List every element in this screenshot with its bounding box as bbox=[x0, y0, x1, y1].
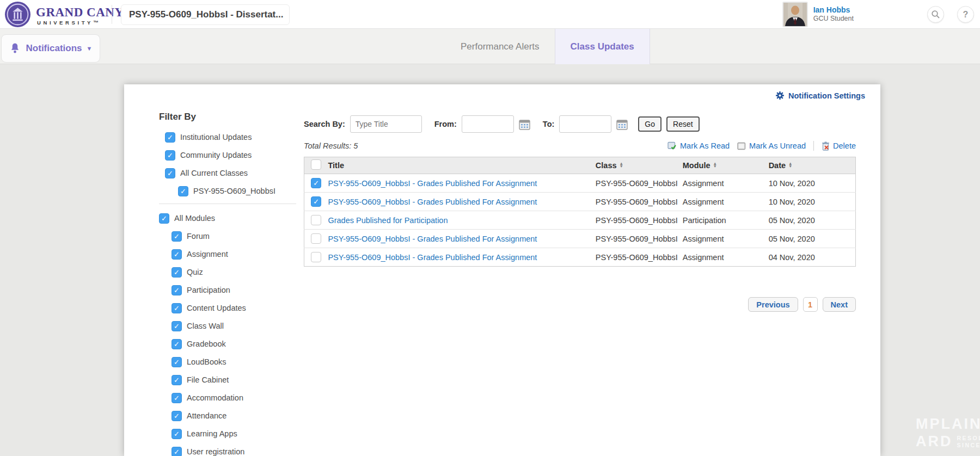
notification-title-link[interactable]: PSY-955-O609_HobbsI - Grades Published F… bbox=[328, 235, 537, 243]
checkbox[interactable] bbox=[171, 249, 182, 260]
course-selector-value: PSY-955-O609_HobbsI - Dissertat... bbox=[129, 9, 283, 20]
next-page-button[interactable]: Next bbox=[823, 297, 856, 312]
delete-icon bbox=[822, 141, 830, 151]
checkbox[interactable] bbox=[178, 186, 188, 196]
filter-item-label: Community Updates bbox=[180, 151, 252, 159]
filter-item-accommodation: Accommodation bbox=[171, 392, 296, 403]
checkbox[interactable] bbox=[171, 429, 182, 439]
table-row: PSY-955-O609_HobbsI - Grades Published F… bbox=[304, 248, 856, 267]
table-row: Grades Published for Participation PSY-9… bbox=[304, 211, 856, 230]
complaintsboard-watermark: MPLAINTS ARD RESOLVING SINCE 2004 bbox=[916, 416, 980, 450]
filter-item-all-modules: All Modules bbox=[159, 213, 296, 224]
search-by-label: Search By: bbox=[304, 120, 345, 128]
help-icon: ? bbox=[963, 10, 969, 20]
filter-item-label: All Current Classes bbox=[180, 169, 248, 177]
filter-item-label: Attendance bbox=[187, 411, 226, 420]
checkbox[interactable] bbox=[171, 357, 182, 367]
row-checkbox[interactable] bbox=[311, 215, 321, 225]
notification-title-link[interactable]: PSY-955-O609_HobbsI - Grades Published F… bbox=[328, 253, 537, 262]
watermark-line1: MPLAINTS bbox=[916, 416, 980, 433]
watermark-tagline2: SINCE 2004 bbox=[957, 442, 980, 449]
checkbox[interactable] bbox=[171, 267, 182, 278]
filter-item-label: Class Wall bbox=[187, 322, 224, 330]
filter-item-label: Gradebook bbox=[187, 340, 226, 348]
sort-icon[interactable]: ▲▼ bbox=[713, 163, 717, 168]
filter-item-all-current-classes: All Current Classes bbox=[165, 168, 296, 178]
calendar-icon[interactable] bbox=[519, 119, 530, 130]
to-date-input[interactable] bbox=[559, 115, 611, 133]
select-all-checkbox[interactable] bbox=[311, 159, 321, 170]
checkbox[interactable] bbox=[159, 213, 169, 224]
checkbox[interactable] bbox=[171, 411, 182, 421]
user-name[interactable]: Ian Hobbs bbox=[813, 5, 854, 15]
checkbox[interactable] bbox=[171, 393, 182, 403]
tab-label: Performance Alerts bbox=[461, 41, 540, 52]
checkbox[interactable] bbox=[171, 303, 182, 313]
from-date-input[interactable] bbox=[462, 115, 514, 133]
checkbox[interactable] bbox=[171, 285, 182, 295]
row-checkbox[interactable] bbox=[311, 178, 321, 188]
chevron-down-icon bbox=[283, 13, 284, 17]
row-checkbox[interactable] bbox=[311, 252, 321, 262]
table-header-row: Title Class ▲▼ Module bbox=[304, 157, 856, 174]
tab-performance-alerts[interactable]: Performance Alerts bbox=[445, 29, 555, 64]
checkbox[interactable] bbox=[165, 150, 175, 161]
checkbox[interactable] bbox=[171, 339, 182, 349]
notification-title-link[interactable]: Grades Published for Participation bbox=[328, 216, 448, 225]
previous-page-button[interactable]: Previous bbox=[748, 297, 798, 312]
user-role: GCU Student bbox=[813, 15, 854, 23]
notification-settings-label: Notification Settings bbox=[788, 91, 865, 100]
mark-read-icon bbox=[667, 141, 677, 150]
course-selector-dropdown[interactable]: PSY-955-O609_HobbsI - Dissertat... bbox=[121, 4, 290, 25]
checkbox[interactable] bbox=[165, 168, 175, 178]
user-box[interactable]: Ian Hobbs GCU Student bbox=[782, 2, 854, 27]
calendar-icon[interactable] bbox=[616, 119, 628, 130]
column-header-class[interactable]: Class ▲▼ bbox=[596, 157, 683, 174]
avatar[interactable] bbox=[782, 2, 808, 27]
checkbox[interactable] bbox=[165, 132, 175, 143]
class-updates-panel: Notification Settings Filter By Institut… bbox=[124, 84, 880, 456]
caret-down-icon: ▼ bbox=[87, 45, 93, 52]
sort-icon[interactable]: ▲▼ bbox=[788, 163, 792, 168]
checkbox[interactable] bbox=[171, 447, 182, 456]
page-number[interactable]: 1 bbox=[803, 297, 818, 312]
from-label: From: bbox=[434, 120, 457, 128]
notification-settings-link[interactable]: Notification Settings bbox=[775, 91, 865, 100]
sort-icon[interactable]: ▲▼ bbox=[620, 163, 623, 168]
filter-item-user-registration: User registration bbox=[171, 446, 296, 456]
mark-as-read-link[interactable]: Mark As Read bbox=[667, 141, 730, 150]
notification-title-link[interactable]: PSY-955-O609_HobbsI - Grades Published F… bbox=[328, 198, 537, 206]
actions-divider bbox=[813, 141, 814, 151]
checkbox[interactable] bbox=[171, 375, 182, 385]
tab-class-updates[interactable]: Class Updates bbox=[555, 29, 650, 64]
search-button[interactable] bbox=[927, 6, 944, 23]
checkbox[interactable] bbox=[171, 231, 182, 242]
delete-label: Delete bbox=[833, 141, 856, 150]
avatar-image bbox=[783, 3, 807, 26]
title-search-input[interactable] bbox=[350, 115, 422, 133]
total-results: Total Results: 5 bbox=[304, 141, 358, 150]
filter-item-class-wall: Class Wall bbox=[171, 321, 296, 331]
filter-item-class-psy-955: PSY-955-O609_HobbsI bbox=[178, 186, 296, 196]
help-button[interactable]: ? bbox=[957, 6, 974, 23]
row-checkbox[interactable] bbox=[311, 233, 321, 244]
results-meta-row: Total Results: 5 Mark As Read Mark As Un… bbox=[304, 140, 860, 151]
checkbox[interactable] bbox=[171, 321, 182, 331]
mark-as-unread-link[interactable]: Mark As Unread bbox=[737, 141, 806, 150]
go-button[interactable]: Go bbox=[638, 116, 661, 132]
notification-title-link[interactable]: PSY-955-O609_HobbsI - Grades Published F… bbox=[328, 179, 537, 188]
filter-item-label: Participation bbox=[187, 286, 230, 294]
column-header-date[interactable]: Date ▲▼ bbox=[769, 157, 856, 174]
filter-item-label: Learning Apps bbox=[187, 429, 237, 438]
filter-item-label: Content Updates bbox=[187, 304, 246, 312]
filter-item-file-cabinet: File Cabinet bbox=[171, 374, 296, 385]
notifications-dropdown-button[interactable]: Notifications ▼ bbox=[1, 34, 100, 63]
column-header-module[interactable]: Module ▲▼ bbox=[683, 157, 769, 174]
delete-link[interactable]: Delete bbox=[822, 141, 856, 151]
mark-as-read-label: Mark As Read bbox=[680, 141, 730, 150]
reset-button[interactable]: Reset bbox=[666, 116, 700, 132]
row-checkbox[interactable] bbox=[311, 196, 321, 207]
table-row: PSY-955-O609_HobbsI - Grades Published F… bbox=[304, 230, 856, 248]
cell-date: 04 Nov, 2020 bbox=[769, 248, 856, 267]
filter-item-content-updates: Content Updates bbox=[171, 303, 296, 313]
